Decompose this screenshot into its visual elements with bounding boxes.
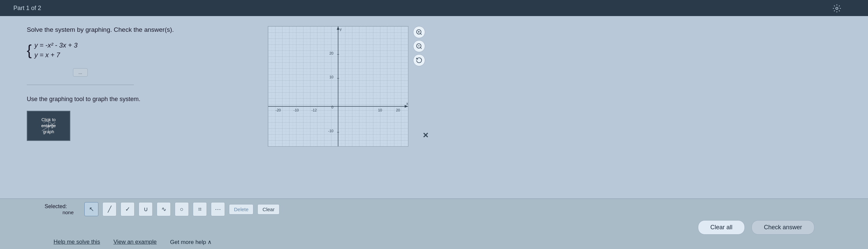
part-label: Part 1 of 2	[13, 5, 41, 12]
svg-text:x: x	[406, 101, 408, 105]
delete-button[interactable]: Delete	[229, 204, 253, 215]
equations-list: y = -x² - 3x + 3 y = x + 7	[34, 41, 78, 59]
svg-text:0: 0	[332, 105, 333, 109]
help-solve-link[interactable]: Help me solve this	[54, 239, 100, 246]
clear-button[interactable]: Clear	[257, 204, 280, 215]
check-answer-button[interactable]: Check answer	[751, 220, 814, 235]
graph-area: x y 20 10 0 -10 -20 -10 -12 10	[268, 26, 855, 195]
graphing-instruction: Use the graphing tool to graph the syste…	[27, 96, 254, 103]
union-tool-button[interactable]: ∪	[138, 202, 153, 216]
dots-tool-button[interactable]: ⋯	[211, 202, 225, 216]
settings-icon[interactable]	[833, 4, 841, 13]
check-tool-button[interactable]: ✓	[121, 202, 134, 216]
selected-group: Selected: none	[27, 204, 74, 215]
left-panel: Solve the system by graphing. Check the …	[27, 26, 254, 195]
content-area: Solve the system by graphing. Check the …	[0, 16, 868, 198]
svg-text:20: 20	[330, 51, 333, 55]
equation-2: y = x + 7	[34, 51, 78, 59]
footer-links: Help me solve this View an example Get m…	[27, 239, 841, 246]
close-button[interactable]: ✕	[423, 131, 429, 140]
top-bar: Part 1 of 2	[0, 0, 868, 16]
expand-button[interactable]: ...	[73, 68, 88, 76]
pointer-tool-button[interactable]: ↖	[84, 202, 98, 216]
zoom-out-button[interactable]	[413, 40, 425, 52]
selected-label: Selected:	[27, 204, 67, 210]
zoom-in-button[interactable]	[413, 26, 425, 38]
graph-thumbnail[interactable]: Click to enlarge graph	[27, 111, 70, 141]
svg-text:10: 10	[378, 108, 382, 112]
action-row: Clear all Check answer	[27, 220, 841, 235]
bottom-section: Selected: none ↖ ╱ ✓ ∪ ∿ ○ ⌗ ⋯ Delete Cl…	[0, 198, 868, 249]
divider	[27, 85, 134, 85]
brace-symbol: {	[27, 43, 32, 58]
graph-container: x y 20 10 0 -10 -20 -10 -12 10	[268, 26, 408, 147]
toolbar-row: Selected: none ↖ ╱ ✓ ∪ ∿ ○ ⌗ ⋯ Delete Cl…	[27, 202, 841, 216]
equations-box: { y = -x² - 3x + 3 y = x + 7	[27, 41, 254, 59]
svg-line-26	[421, 33, 422, 35]
svg-text:20: 20	[396, 108, 400, 112]
main-container: Part 1 of 2 Solve the system by graphing…	[0, 0, 868, 249]
region-tool-button[interactable]: ⌗	[193, 202, 207, 216]
problem-instruction: Solve the system by graphing. Check the …	[27, 26, 254, 33]
equation-1: y = -x² - 3x + 3	[34, 41, 78, 49]
circle-tool-button[interactable]: ○	[175, 202, 189, 216]
reset-view-button[interactable]	[413, 54, 425, 66]
svg-point-0	[836, 7, 838, 10]
line-tool-button[interactable]: ╱	[102, 202, 117, 216]
selected-value: none	[63, 210, 74, 215]
get-more-help-link[interactable]: Get more help ∧	[170, 239, 212, 246]
svg-text:-20: -20	[276, 108, 281, 112]
wave-tool-button[interactable]: ∿	[157, 202, 171, 216]
svg-text:-12: -12	[312, 108, 317, 112]
zoom-controls	[413, 26, 425, 66]
graph-canvas[interactable]: x y 20 10 0 -10 -20 -10 -12 10	[268, 26, 408, 147]
svg-text:10: 10	[330, 75, 333, 79]
view-example-link[interactable]: View an example	[114, 239, 157, 246]
svg-text:-10: -10	[328, 129, 333, 133]
clear-all-button[interactable]: Clear all	[698, 220, 745, 235]
svg-text:-10: -10	[293, 108, 299, 112]
svg-text:y: y	[340, 27, 342, 31]
svg-line-30	[421, 48, 422, 49]
